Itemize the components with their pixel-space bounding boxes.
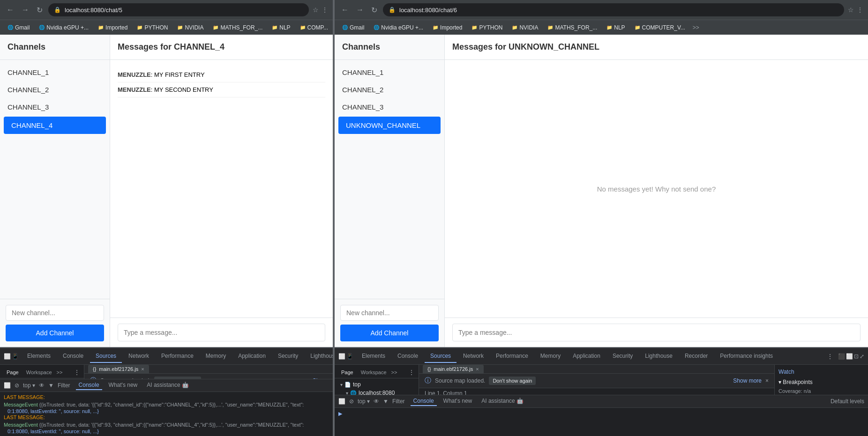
devtools-tab-network[interactable]: Network	[123, 350, 155, 363]
bookmark-gmail-right[interactable]: 🌐Gmail	[338, 23, 368, 32]
bookmark-nlp-right[interactable]: 📁NLP	[603, 23, 629, 32]
forward-button[interactable]: →	[20, 4, 31, 16]
whats-new-tab-btn[interactable]: What's new	[106, 381, 141, 390]
add-channel-button-right[interactable]: Add Channel	[340, 325, 439, 341]
whats-new-tab-btn-right[interactable]: What's new	[441, 397, 475, 406]
console-no-entry-icon[interactable]: ⊘	[15, 382, 19, 389]
message-input-right[interactable]	[452, 324, 861, 341]
bookmark-maths-right[interactable]: 📁MATHS_FOR_...	[544, 23, 601, 32]
devtools-tab-elements-right[interactable]: Elements	[356, 350, 391, 363]
devtools-tree-menu-right[interactable]: ⋮	[408, 369, 415, 376]
devtools-file-tab[interactable]: {} main.ebf21726.js ×	[88, 365, 149, 373]
back-button-right[interactable]: ←	[339, 4, 351, 16]
devtools-tab-sources-right[interactable]: Sources	[425, 350, 456, 363]
devtools-tab-lighthouse-right[interactable]: Lighthouse	[639, 350, 678, 363]
console-top-dropdown[interactable]: top ▾	[23, 382, 35, 389]
notice-close-btn[interactable]: ×	[765, 377, 769, 384]
channel-item-4[interactable]: CHANNEL_4	[4, 117, 106, 134]
devtools-file-tab-right[interactable]: {} main.ebf21726.js ×	[423, 365, 484, 373]
devtools-page-btn-right[interactable]: Page	[338, 369, 356, 376]
refresh-button-right[interactable]: ↻	[369, 4, 379, 16]
new-channel-input-right[interactable]	[340, 305, 439, 321]
console-no-entry-icon-right[interactable]: ⊘	[349, 398, 354, 405]
bookmark-computer-v-right[interactable]: 📁COMPUTER_V...	[631, 23, 689, 32]
bookmark-nlp[interactable]: 📁NLP	[268, 23, 294, 32]
watch-label[interactable]: Watch	[778, 367, 864, 377]
channel-item-r2[interactable]: CHANNEL_2	[335, 81, 444, 98]
console-tab-btn-right[interactable]: Console	[411, 397, 437, 406]
file-tab-close-right[interactable]: ×	[476, 366, 479, 372]
console-top-dropdown-right[interactable]: top ▾	[358, 398, 370, 405]
address-bar[interactable]: 🔒 localhost:8080/chat/5	[48, 3, 309, 16]
breakpoints-label[interactable]: ▾ Breakpoints	[778, 377, 864, 387]
star-icon-right[interactable]: ☆	[848, 6, 854, 14]
devtools-undock-icon[interactable]: ⤢	[860, 353, 864, 360]
devtools-tab-security-right[interactable]: Security	[607, 350, 638, 363]
devtools-dock-icon-1[interactable]: ⬛	[838, 353, 845, 360]
default-levels-label[interactable]: Default levels	[831, 398, 864, 405]
devtools-tab-application-right[interactable]: Application	[567, 350, 606, 363]
channel-item-1[interactable]: CHANNEL_1	[0, 64, 110, 81]
tree-item-top-right[interactable]: ▾ 📄 top	[338, 380, 415, 389]
bookmark-maths[interactable]: 📁MATHS_FOR_...	[209, 23, 266, 32]
devtools-tab-lighthouse[interactable]: Lighthouse	[305, 350, 333, 363]
devtools-tab-console-right[interactable]: Console	[392, 350, 424, 363]
bookmark-python-right[interactable]: 📁PYTHON	[468, 23, 506, 32]
console-eye-icon[interactable]: 👁	[39, 382, 45, 389]
channel-item-r3[interactable]: CHANNEL_3	[335, 98, 444, 116]
tree-item-host-right[interactable]: ▾ 🌐 localhost:8080	[338, 389, 415, 395]
console-toggle-icon[interactable]: ⬜	[4, 382, 11, 389]
devtools-more-icon-right[interactable]: ⋮	[827, 353, 833, 360]
bookmark-comp[interactable]: 📁COMP...	[296, 23, 332, 32]
devtools-toggle-icon[interactable]: ⬜	[4, 353, 11, 360]
devtools-workspace-btn-right[interactable]: Workspace	[358, 369, 389, 376]
devtools-tab-sources[interactable]: Sources	[90, 350, 122, 363]
devtools-tab-application[interactable]: Application	[232, 350, 271, 363]
devtools-tab-performance[interactable]: Performance	[156, 350, 199, 363]
console-toggle-icon-right[interactable]: ⬜	[338, 398, 345, 405]
bookmark-nvidia[interactable]: 📁NVIDIA	[173, 23, 207, 32]
devtools-tab-elements[interactable]: Elements	[22, 350, 56, 363]
ai-assistance-tab-btn-right[interactable]: AI assistance 🤖	[479, 397, 526, 406]
devtools-tab-memory-right[interactable]: Memory	[535, 350, 566, 363]
devtools-tab-network-right[interactable]: Network	[457, 350, 489, 363]
devtools-expand-btn-right[interactable]: >>	[391, 369, 397, 375]
bookmark-nvidia-right[interactable]: 📁NVIDIA	[508, 23, 542, 32]
devtools-dock-icon-3[interactable]: ⊡	[854, 353, 859, 360]
forward-button-right[interactable]: →	[354, 4, 366, 16]
devtools-tab-security[interactable]: Security	[272, 350, 304, 363]
devtools-tab-performance-right[interactable]: Performance	[490, 350, 534, 363]
file-tab-close[interactable]: ×	[141, 366, 144, 372]
console-filter-icon[interactable]: ▼	[48, 382, 54, 389]
bookmarks-more[interactable]: >>	[693, 24, 699, 31]
devtools-expand-btn[interactable]: >>	[57, 369, 63, 375]
bookmark-imported[interactable]: 📁Imported	[94, 23, 131, 32]
devtools-workspace-btn[interactable]: Workspace	[23, 369, 55, 376]
devtools-tab-perf-insights[interactable]: Performance insights	[714, 350, 778, 363]
bookmark-nvidia-egpu-right[interactable]: 🌐Nvidia eGPU +...	[370, 23, 427, 32]
devtools-tab-recorder-right[interactable]: Recorder	[679, 350, 713, 363]
add-channel-button[interactable]: Add Channel	[6, 325, 104, 341]
devtools-dock-icon-2[interactable]: ⬜	[846, 353, 853, 360]
console-eye-icon-right[interactable]: 👁	[374, 398, 379, 405]
back-button[interactable]: ←	[5, 4, 16, 16]
devtools-device-icon[interactable]: 📱	[12, 353, 19, 360]
bookmark-python[interactable]: 📁PYTHON	[133, 23, 172, 32]
show-more-link-right[interactable]: Show more	[733, 377, 762, 384]
dont-show-again-button-right[interactable]: Don't show again	[489, 377, 536, 385]
devtools-device-icon-right[interactable]: 📱	[346, 353, 353, 360]
channel-item-2[interactable]: CHANNEL_2	[0, 81, 110, 98]
star-icon[interactable]: ☆	[313, 6, 319, 14]
devtools-tree-menu[interactable]: ⋮	[74, 369, 80, 376]
devtools-page-btn[interactable]: Page	[4, 369, 22, 376]
new-channel-input[interactable]	[6, 305, 104, 321]
bookmark-imported-right[interactable]: 📁Imported	[429, 23, 466, 32]
address-bar-right[interactable]: 🔒 localhost:8080/chat/6	[383, 3, 844, 16]
message-input[interactable]	[118, 324, 325, 341]
devtools-tab-console[interactable]: Console	[57, 350, 89, 363]
bookmark-gmail[interactable]: 🌐Gmail	[4, 23, 33, 32]
refresh-button[interactable]: ↻	[35, 4, 45, 16]
bookmark-nvidia-egpu[interactable]: 🌐Nvidia eGPU +...	[35, 23, 92, 32]
channel-item-3[interactable]: CHANNEL_3	[0, 98, 110, 116]
devtools-tab-memory[interactable]: Memory	[200, 350, 232, 363]
